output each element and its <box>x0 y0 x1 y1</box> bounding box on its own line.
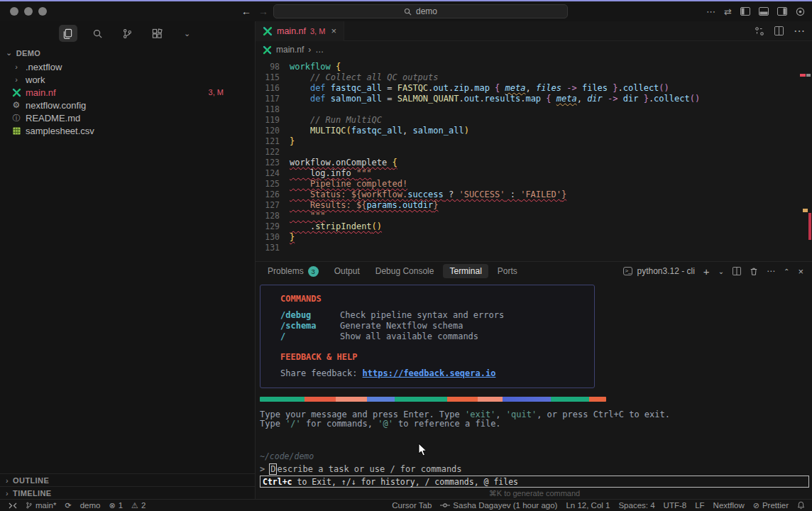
code-text: Pipeline completed! <box>280 179 407 189</box>
command-center-search[interactable]: demo <box>273 4 568 18</box>
search-view-icon[interactable] <box>89 25 107 42</box>
prettier-item[interactable]: ⊘Prettier <box>753 501 789 510</box>
code-line[interactable]: 126 Status: ${workflow.success ? 'SUCCES… <box>256 189 812 200</box>
explorer-icon[interactable] <box>59 25 77 42</box>
breadcrumb-more[interactable]: … <box>315 45 324 55</box>
status-item-spaces-4[interactable]: Spaces: 4 <box>618 501 654 510</box>
terminal-dropdown-icon[interactable]: ⌄ <box>718 268 724 275</box>
code-line[interactable]: 120 MULTIQC(fastqc_all, salmon_all) <box>256 126 812 136</box>
remote-indicator[interactable] <box>9 502 17 509</box>
file-tree-item-samplesheet-csv[interactable]: samplesheet.csv <box>0 124 255 137</box>
status-item-nextflow[interactable]: Nextflow <box>713 501 745 510</box>
panel-tab-debug-console[interactable]: Debug Console <box>369 264 441 278</box>
status-item-label: LF <box>695 501 704 510</box>
errors-item[interactable]: ⊗1 <box>109 501 123 510</box>
status-item-ln-12-col-1[interactable]: Ln 12, Col 1 <box>566 501 610 510</box>
editor-more-actions-icon[interactable]: ⋯ <box>794 24 805 38</box>
ctrl-c-hint: Ctrl+c <box>263 477 292 487</box>
more-views-chevron-icon[interactable]: ⌄ <box>178 25 197 42</box>
close-window-icon[interactable] <box>10 7 18 16</box>
sync-icon: ⟳ <box>65 501 71 510</box>
breadcrumb[interactable]: main.nf › … <box>256 41 812 58</box>
code-line[interactable]: 124 log.info """ <box>256 168 812 179</box>
line-number: 119 <box>256 115 280 126</box>
code-line[interactable]: 123workflow.onComplete { <box>256 158 812 168</box>
panel-tab-output[interactable]: Output <box>328 264 366 278</box>
status-item-cursor-tab[interactable]: Cursor Tab <box>392 501 432 510</box>
line-number: 123 <box>256 158 280 168</box>
forward-icon[interactable]: → <box>258 6 268 17</box>
code-line[interactable]: 125 Pipeline completed! <box>256 179 812 189</box>
line-number: 98 <box>256 62 280 72</box>
line-number: 120 <box>256 126 280 136</box>
status-item-utf-8[interactable]: UTF-8 <box>664 501 687 510</box>
panel-more-actions-icon[interactable]: ⋯ <box>767 266 775 276</box>
maximize-panel-icon[interactable]: ⌃ <box>784 268 789 275</box>
file-label: nextflow.config <box>26 100 86 111</box>
git-branch-item[interactable]: main* <box>26 501 56 510</box>
code-text: def salmon_all = SALMON_QUANT.out.result… <box>280 94 700 104</box>
close-tab-icon[interactable]: × <box>331 26 336 36</box>
file-tree-item-readme-md[interactable]: ⓘREADME.md <box>0 111 255 124</box>
code-text: // Collect all QC outputs <box>280 72 439 83</box>
breadcrumb-file[interactable]: main.nf <box>276 45 304 55</box>
extensions-icon[interactable] <box>148 25 167 42</box>
new-terminal-button[interactable]: + <box>703 265 710 278</box>
file-tree-item-work[interactable]: ›work <box>0 73 255 86</box>
close-panel-icon[interactable]: × <box>798 266 803 277</box>
overview-ruler-tick <box>806 74 811 77</box>
file-tree-item--nextflow[interactable]: ›.nextflow <box>0 60 255 73</box>
source-control-icon[interactable] <box>119 25 137 42</box>
more-actions-icon[interactable]: ⋯ <box>706 6 715 17</box>
toggle-sidebar-icon[interactable] <box>740 7 750 16</box>
code-line[interactable]: 121} <box>256 136 812 147</box>
feedback-link[interactable]: https://feedback.seqera.io <box>363 368 496 378</box>
assistant-prompt-input[interactable]: > Describe a task or use / for commands <box>260 464 809 474</box>
notifications-bell[interactable] <box>797 501 805 510</box>
sync-changes-item[interactable]: ⟳ <box>65 501 71 510</box>
command-name: /debug <box>280 310 340 321</box>
explorer-section-header[interactable]: ⌄ DEMO <box>0 45 255 60</box>
timeline-section[interactable]: › TIMELINE <box>0 486 255 499</box>
code-line[interactable]: 130} <box>256 232 812 243</box>
minimize-window-icon[interactable] <box>24 7 33 16</box>
code-line[interactable]: 118 <box>256 104 812 115</box>
customize-layout-icon[interactable] <box>796 7 805 16</box>
code-line[interactable]: 131 <box>256 243 812 253</box>
zoom-window-icon[interactable] <box>38 7 47 16</box>
swap-arrows-icon[interactable]: ⇄ <box>724 6 732 17</box>
code-line[interactable]: 115 // Collect all QC outputs <box>256 72 812 83</box>
code-editor[interactable]: 98workflow {115 // Collect all QC output… <box>256 58 812 261</box>
code-line[interactable]: 117 def salmon_all = SALMON_QUANT.out.re… <box>256 94 812 104</box>
panel-tab-terminal[interactable]: Terminal <box>443 264 488 278</box>
panel-tab-problems[interactable]: Problems3 <box>261 264 325 279</box>
panel-tab-ports[interactable]: Ports <box>491 264 524 278</box>
code-text <box>280 104 290 115</box>
warnings-item[interactable]: ⚠2 <box>131 501 146 510</box>
feedback-title: FEEDBACK & HELP <box>280 352 594 363</box>
file-tree-item-main-nf[interactable]: main.nf3, M <box>0 86 255 99</box>
toggle-panel-icon[interactable] <box>759 7 769 16</box>
tab-main-nf[interactable]: main.nf 3, M × <box>256 21 344 41</box>
code-line[interactable]: 98workflow { <box>256 62 812 72</box>
toggle-secondary-sidebar-icon[interactable] <box>777 7 787 16</box>
split-editor-icon[interactable] <box>774 26 784 35</box>
status-item-demo[interactable]: demo <box>80 501 101 510</box>
terminal-instance[interactable]: >_ python3.12 - cli <box>623 266 694 276</box>
git-blame-item[interactable]: Sasha Dagayev (1 hour ago) <box>440 501 557 510</box>
blame-icon <box>440 502 450 508</box>
code-line[interactable]: 129 .stripIndent() <box>256 221 812 232</box>
code-line[interactable]: 127 Results: ${params.outdir} <box>256 200 812 211</box>
open-changes-icon[interactable] <box>755 26 764 36</box>
code-line[interactable]: 116 def fastqc_all = FASTQC.out.zip.map … <box>256 83 812 94</box>
code-line[interactable]: 119 // Run MultiQC <box>256 115 812 126</box>
split-terminal-icon[interactable] <box>733 267 741 275</box>
outline-section[interactable]: › OUTLINE <box>0 473 255 486</box>
code-line[interactable]: 128 """ <box>256 211 812 221</box>
kill-terminal-icon[interactable] <box>750 267 758 276</box>
back-icon[interactable]: ← <box>241 6 251 17</box>
code-line[interactable]: 122 <box>256 147 812 158</box>
status-item-lf[interactable]: LF <box>695 501 704 510</box>
file-tree-item-nextflow-config[interactable]: ⚙nextflow.config <box>0 99 255 111</box>
terminal-view[interactable]: COMMANDS /debugCheck pipeline syntax and… <box>256 280 812 499</box>
